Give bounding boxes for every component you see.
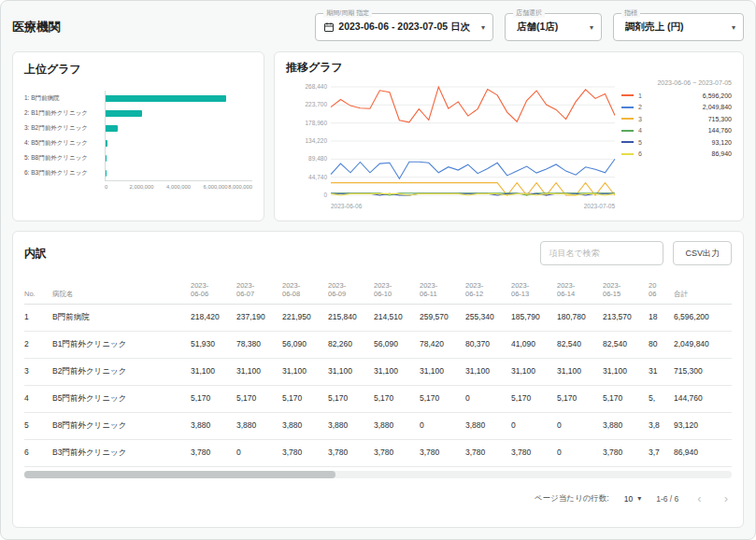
store-select-value: 店舗(1店) (517, 21, 558, 34)
col-header-date: 2023-06-10 (374, 281, 420, 300)
date-header-line2: 06-14 (557, 290, 597, 299)
breakdown-table: No.病院名2023-06-062023-06-072023-06-082023… (24, 273, 732, 467)
scrollbar-thumb[interactable] (24, 471, 335, 478)
store-select[interactable]: 店舗選択 店舗(1店) ▾ (505, 13, 602, 41)
filter-bar: 期間/周期 指定 2023-06-06 - 2023-07-05 日次 ▾ 店舗… (315, 13, 744, 41)
cell-no: 5 (24, 420, 52, 431)
cell-value: 3,880 (465, 420, 511, 431)
cell-value: 5, (649, 393, 671, 404)
cell-value: 5,170 (191, 393, 236, 404)
chevron-down-icon: ▾ (474, 23, 485, 32)
cell-total: 6,596,200 (674, 312, 732, 322)
top-graph-panel: 上位グラフ 1: B門前病院2: B1門前外クリニック3: B2門前外クリニック… (12, 51, 264, 221)
cell-value: 3,880 (328, 420, 374, 431)
bar-row: 6: B3門前外クリニック (24, 165, 252, 180)
horizontal-scrollbar[interactable] (24, 471, 732, 478)
col-header-date: 2023-06-12 (465, 281, 511, 300)
col-header-date: 2023-06-15 (603, 281, 649, 300)
col-header-date: 2023-06-07 (236, 281, 282, 300)
search-input[interactable] (540, 241, 663, 265)
col-header-total: 合計 (674, 290, 732, 299)
col-header-date: 2023-06-08 (282, 281, 328, 300)
bar-category-label: 2: B1門前外クリニック (24, 109, 105, 118)
bar-row: 1: B門前病院 (24, 91, 252, 106)
cell-value: 214,510 (374, 312, 420, 322)
bar-track (105, 170, 252, 177)
legend-item[interactable]: 593,120 (621, 136, 732, 149)
cell-value: 0 (511, 420, 557, 431)
bar-x-tick-label: 8,000,000 (228, 184, 252, 190)
cell-no: 3 (24, 366, 52, 377)
bar-category-label: 3: B2門前外クリニック (24, 124, 105, 133)
date-header-line2: 06-09 (328, 290, 368, 299)
bar (105, 95, 226, 102)
bar-x-axis: 02,000,0004,000,0006,000,0008,000,000 (105, 180, 252, 193)
cell-value: 0 (420, 420, 465, 431)
rows-per-page-select[interactable]: 10 ▾ (624, 494, 641, 504)
cell-value: 31,100 (511, 366, 557, 377)
metric-select[interactable]: 指標 調剤売上 (円) ▾ (613, 13, 744, 41)
cell-value: 3,780 (603, 448, 649, 458)
legend-series-total: 86,940 (712, 150, 732, 157)
cell-value: 221,950 (282, 312, 328, 322)
cell-no: 2 (24, 339, 52, 349)
col-header-date: 2023-06-13 (511, 281, 557, 300)
legend-series-total: 2,049,840 (703, 104, 732, 110)
cell-value: 31,100 (603, 366, 649, 377)
breakdown-header: 内訳 CSV出力 (24, 241, 732, 265)
header: 医療機関 期間/周期 指定 2023-06-06 - 2023-07-05 日次… (12, 10, 744, 44)
trend-legend: 2023-06-06 ~ 2023-07-05 16,596,20022,049… (621, 78, 732, 216)
date-header-line1: 2023- (282, 281, 322, 291)
date-header-line2: 06-10 (374, 290, 414, 299)
table-row: 6B3門前外クリニック3,78003,7803,7803,7803,7803,7… (24, 440, 732, 467)
legend-item[interactable]: 3715,300 (621, 113, 732, 125)
next-page-button[interactable]: › (720, 491, 732, 505)
legend-color-dash (621, 118, 634, 120)
cell-hospital-name: B8門前外クリニック (52, 420, 191, 431)
cell-value: 3,780 (374, 448, 420, 458)
legend-item[interactable]: 22,049,840 (621, 102, 732, 114)
bar-category-label: 6: B3門前外クリニック (24, 169, 105, 178)
y-tick-label: 268,440 (306, 83, 328, 90)
chevron-down-icon: ▾ (582, 23, 593, 32)
cell-value: 31,100 (557, 366, 603, 377)
legend-item[interactable]: 16,596,200 (621, 90, 732, 102)
cell-value: 5,170 (420, 393, 465, 404)
legend-item[interactable]: 686,940 (621, 149, 732, 161)
cell-value: 31,100 (236, 366, 282, 377)
bar-y-axis-line (105, 91, 106, 180)
cell-value: 5,170 (328, 393, 374, 404)
legend-series-name: 6 (638, 150, 646, 157)
chevron-down-icon: ▾ (724, 23, 735, 32)
prev-page-button[interactable]: ‹ (693, 491, 705, 505)
bar-x-tick-label: 6,000,000 (204, 184, 228, 190)
bar-chart: 1: B門前病院2: B1門前外クリニック3: B2門前外クリニック4: B5門… (24, 91, 252, 193)
cell-value: 218,420 (191, 312, 236, 322)
date-header-line1: 2023- (191, 281, 231, 291)
date-header-line1: 2023- (236, 281, 277, 291)
table-row: 2B1門前外クリニック51,93078,38056,09082,26056,09… (24, 332, 732, 359)
trend-chart-body: 044,74089,480134,220178,960223,700268,44… (286, 78, 732, 216)
y-tick-label: 44,740 (308, 174, 327, 180)
x-axis-end-label: 2023-07-05 (584, 203, 616, 209)
cell-value: 3,780 (511, 448, 557, 458)
bar (105, 110, 142, 117)
legend-series-total: 715,300 (708, 116, 732, 122)
y-tick-label: 134,220 (306, 137, 328, 144)
legend-series-name: 5 (638, 139, 646, 146)
cell-value: 31,100 (282, 366, 328, 377)
csv-export-button[interactable]: CSV出力 (673, 241, 732, 265)
store-select-label: 店舗選択 (513, 8, 545, 18)
period-select[interactable]: 期間/周期 指定 2023-06-06 - 2023-07-05 日次 ▾ (315, 13, 493, 41)
trend-legend-items: 16,596,20022,049,8403715,3004144,760593,… (621, 90, 732, 160)
y-tick-label: 0 (323, 192, 327, 198)
period-select-label: 期間/周期 指定 (323, 8, 372, 18)
col-header-date: 2023-06-09 (328, 281, 374, 300)
bar-chart-plot: 1: B門前病院2: B1門前外クリニック3: B2門前外クリニック4: B5門… (24, 91, 252, 180)
bar-x-tick-label: 2,000,000 (130, 184, 154, 190)
cell-hospital-name: B門前病院 (52, 312, 191, 322)
cell-value: 0 (557, 448, 603, 458)
legend-item[interactable]: 4144,760 (621, 125, 732, 137)
cell-value: 180,780 (557, 312, 603, 322)
date-header-line2: 06-12 (465, 290, 506, 299)
